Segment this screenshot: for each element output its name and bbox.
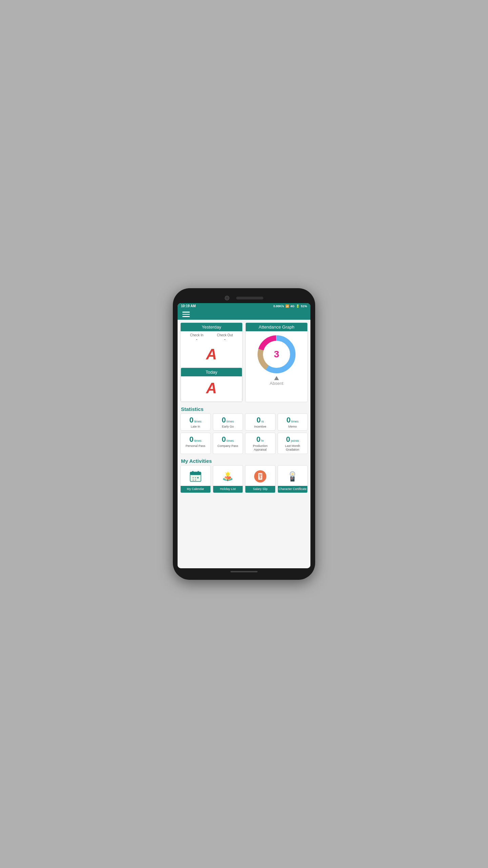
stat-value-6: 0	[257, 436, 261, 443]
activity-card-salary[interactable]: $ Salary Slip	[245, 465, 276, 493]
attendance-graph-header: Attendance Graph	[246, 323, 307, 331]
today-status: A	[181, 376, 242, 401]
activities-grid: My Calendar Holiday List $ Salary Slip	[180, 465, 308, 493]
activity-label-1: Holiday List	[213, 486, 243, 493]
activity-icon-salary: $	[245, 466, 275, 486]
stat-number-row-7: 0 points	[286, 436, 299, 443]
phone-top-bar	[178, 294, 310, 303]
yesterday-status: A	[181, 342, 242, 368]
activity-card-holiday[interactable]: Holiday List	[213, 465, 243, 493]
absent-label-row: Absent	[270, 376, 283, 389]
network-type: 4G	[290, 304, 294, 308]
yesterday-card: Yesterday Check In - Check Out - A	[180, 322, 243, 402]
stat-number-row-1: 0 times	[222, 416, 234, 424]
stat-number-row-3: 0 times	[286, 416, 299, 424]
stat-card-4: 0 times Personal Pass	[180, 433, 211, 454]
network-speed: 0.00K/s	[273, 304, 284, 308]
stat-number-row-5: 0 times	[222, 436, 234, 443]
svg-point-10	[197, 477, 199, 478]
speaker	[236, 297, 263, 299]
activity-label-0: My Calendar	[181, 486, 210, 493]
checkin-value: -	[190, 337, 203, 342]
today-header: Today	[181, 368, 242, 376]
battery-level: 51%	[301, 304, 307, 308]
stat-unit-3: times	[291, 420, 299, 423]
stat-value-7: 0	[286, 436, 290, 443]
svg-point-11	[192, 479, 194, 481]
svg-point-12	[195, 479, 196, 481]
stat-value-0: 0	[189, 416, 194, 424]
hamburger-line-2	[182, 314, 190, 315]
stat-card-7: 0 points Last Month Gradation	[278, 433, 308, 454]
svg-rect-7	[198, 471, 199, 473]
stat-unit-6: hr	[261, 439, 264, 442]
statistics-section: Statistics 0 times Late In 0 times Early…	[180, 405, 308, 454]
stat-card-6: 0 hr Production Appraisal	[245, 433, 276, 454]
svg-rect-5	[190, 472, 201, 475]
yesterday-header: Yesterday	[181, 323, 242, 331]
camera	[225, 296, 229, 300]
stat-unit-1: times	[227, 420, 234, 423]
signal-icon: 📶	[285, 304, 289, 308]
stat-value-3: 0	[286, 416, 290, 424]
stat-card-0: 0 times Late In	[180, 413, 211, 431]
hamburger-line-1	[182, 312, 190, 313]
checkin-col: Check In -	[190, 333, 203, 342]
stat-label-3: Memo	[288, 425, 297, 429]
activity-icon-holiday	[213, 466, 243, 486]
phone-bottom	[178, 568, 310, 574]
absent-triangle-icon	[274, 376, 279, 380]
hamburger-line-3	[182, 316, 190, 317]
attendance-graph-card: Attendance Graph 3	[245, 322, 308, 402]
svg-line-21	[225, 473, 226, 473]
svg-rect-31	[291, 475, 293, 477]
phone-frame: 10:19 AM 0.00K/s 📶 4G 🔋 51%	[173, 288, 315, 580]
today-card: Today A	[181, 368, 242, 402]
checkout-col: Check Out -	[217, 333, 233, 342]
toolbar	[178, 309, 310, 320]
stat-unit-7: points	[291, 439, 299, 442]
stat-number-row-4: 0 times	[189, 436, 202, 443]
activity-icon-certificate	[278, 466, 308, 486]
stats-grid: 0 times Late In 0 times Early Go 0 rs In…	[180, 413, 308, 454]
stat-number-row-0: 0 times	[189, 416, 202, 424]
stat-value-2: 0	[257, 416, 261, 424]
activity-card-certificate[interactable]: Character Certificate	[278, 465, 308, 493]
checkin-row: Check In - Check Out -	[181, 331, 242, 342]
svg-text:$: $	[259, 475, 261, 479]
stat-unit-5: times	[227, 439, 234, 442]
donut-chart: 3	[256, 334, 297, 375]
donut-center-value: 3	[274, 349, 279, 360]
svg-line-22	[230, 473, 230, 473]
top-row: Yesterday Check In - Check Out - A	[180, 322, 308, 402]
activities-title: My Activities	[181, 458, 308, 464]
status-time: 10:19 AM	[181, 304, 196, 308]
stat-number-row-2: 0 rs	[257, 416, 264, 424]
activity-label-2: Salary Slip	[245, 486, 275, 493]
stat-card-2: 0 rs Incentive	[245, 413, 276, 431]
absent-label: Absent	[270, 381, 283, 386]
phone-screen: 10:19 AM 0.00K/s 📶 4G 🔋 51%	[178, 303, 310, 568]
home-indicator	[230, 571, 258, 572]
checkin-label: Check In	[190, 333, 203, 337]
stat-label-1: Early Go	[222, 425, 234, 429]
app-content: Yesterday Check In - Check Out - A	[178, 320, 310, 569]
stat-label-6: Production Appraisal	[247, 444, 274, 452]
svg-point-33	[291, 473, 294, 475]
stat-card-3: 0 times Memo	[278, 413, 308, 431]
activity-card-calendar[interactable]: My Calendar	[180, 465, 211, 493]
activity-label-3: Character Certificate	[278, 486, 308, 493]
checkout-label: Check Out	[217, 333, 233, 337]
stat-unit-2: rs	[261, 420, 264, 423]
stat-unit-4: times	[194, 439, 202, 442]
stat-label-5: Company Pass	[218, 444, 238, 448]
stat-label-4: Personal Pass	[186, 444, 205, 448]
stat-value-4: 0	[189, 436, 194, 443]
battery-icon: 🔋	[296, 304, 300, 308]
checkout-value: -	[217, 337, 233, 342]
stat-card-1: 0 times Early Go	[213, 413, 243, 431]
my-activities-section: My Activities My Calendar Holiday List	[180, 457, 308, 493]
stat-unit-0: times	[194, 420, 202, 423]
stat-number-row-6: 0 hr	[257, 436, 264, 443]
menu-button[interactable]	[182, 312, 190, 317]
